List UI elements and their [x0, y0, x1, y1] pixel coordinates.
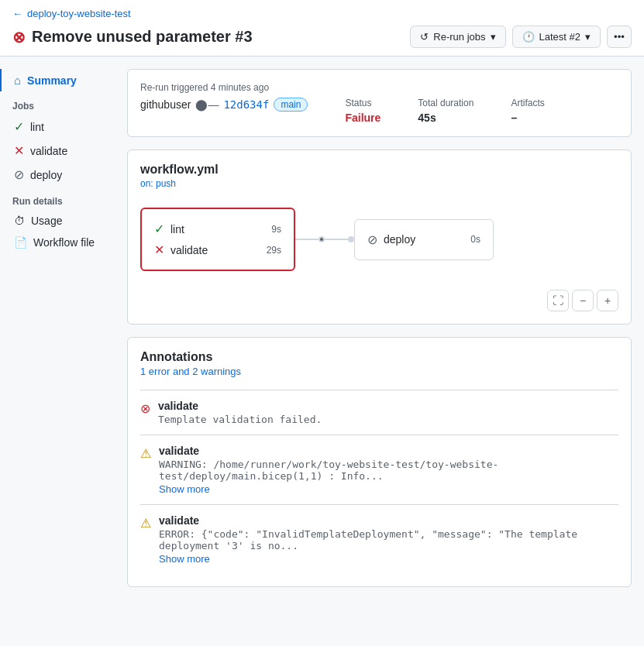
back-link[interactable]: ← deploy-toy-website-test [12, 8, 632, 19]
validate-job-row: ✕ validate 29s [154, 239, 281, 260]
ann-msg-2: WARNING: /home/runner/work/toy-website-t… [159, 459, 618, 482]
sidebar-item-usage[interactable]: ⏱ Usage [0, 210, 115, 232]
sidebar: ⌂ Summary Jobs ✓ lint ✕ validate ⊘ deplo… [0, 57, 115, 641]
lint-job-row: ✓ lint 9s [154, 218, 281, 239]
layout: ⌂ Summary Jobs ✓ lint ✕ validate ⊘ deplo… [0, 57, 644, 641]
ann-show-more-2[interactable]: Show more [159, 483, 618, 495]
rerun-icon: ↺ [420, 31, 429, 43]
sidebar-lint-label: lint [30, 121, 44, 133]
validate-job-name: validate [170, 244, 260, 256]
branch-badge[interactable]: main [274, 98, 308, 112]
ann-msg-1: Template validation failed. [158, 414, 322, 425]
sidebar-jobs-section: Jobs [0, 91, 115, 115]
home-icon: ⌂ [14, 74, 21, 87]
ann-warning-icon-2: ⚠ [140, 446, 151, 495]
diagram-controls: ⛶ − + [140, 290, 618, 311]
ann-msg-3: ERROR: {"code": "InvalidTemplateDeployme… [159, 528, 618, 552]
sidebar-item-validate[interactable]: ✕ validate [0, 139, 115, 163]
duration-label: Total duration [418, 98, 474, 108]
ann-show-more-3[interactable]: Show more [159, 553, 618, 565]
ellipsis-icon: ••• [614, 31, 625, 43]
commit-row: githubuser ⬤— 12d634f main [140, 98, 308, 112]
workflow-deploy-box[interactable]: ⊘ deploy 0s [354, 219, 494, 260]
lint-success-icon: ✓ [14, 119, 24, 134]
latest-chevron-icon: ▾ [585, 31, 591, 43]
workflow-job-group[interactable]: ✓ lint 9s ✕ validate 29s [140, 208, 295, 271]
lint-diagram-icon: ✓ [154, 222, 164, 236]
latest-button[interactable]: 🕐 Latest #2 ▾ [512, 26, 601, 48]
commit-graph-icon: ⬤— [195, 98, 219, 111]
rerun-label: Re-run jobs [433, 31, 485, 43]
workflow-filename: workflow.yml [140, 163, 618, 177]
sidebar-item-summary[interactable]: ⌂ Summary [0, 69, 115, 91]
summary-card: Re-run triggered 4 minutes ago githubuse… [127, 69, 632, 137]
status-value: Failure [345, 112, 381, 124]
zoom-out-button[interactable]: − [572, 290, 594, 311]
annotation-item-1: ⊗ validate Template validation failed. [140, 390, 618, 435]
rerun-chevron-icon: ▾ [491, 31, 496, 43]
ann-warning-icon-3: ⚠ [140, 516, 151, 565]
artifacts-value: – [511, 112, 544, 124]
lint-duration: 9s [271, 224, 281, 235]
title-actions: ↺ Re-run jobs ▾ 🕐 Latest #2 ▾ ••• [410, 26, 632, 48]
artifacts-label: Artifacts [511, 98, 544, 108]
zoom-in-button[interactable]: + [597, 290, 618, 311]
sidebar-item-deploy[interactable]: ⊘ deploy [0, 163, 115, 187]
commit-col: githubuser ⬤— 12d634f main [140, 98, 308, 124]
connector-dot-2 [348, 236, 354, 242]
plus-icon: + [604, 294, 611, 307]
sidebar-summary-label: Summary [27, 74, 77, 87]
workflow-diagram: ✓ lint 9s ✕ validate 29s [140, 201, 618, 277]
sidebar-rundetails-section: Run details [0, 187, 115, 210]
connector-line-1 [295, 239, 319, 240]
sidebar-item-lint[interactable]: ✓ lint [0, 115, 115, 139]
page-title-text: Remove unused parameter #3 [32, 28, 253, 46]
ann-job-1: validate [158, 400, 322, 412]
workflow-connector [295, 236, 354, 242]
annotations-title: Annotations [140, 350, 618, 364]
main-content: Re-run triggered 4 minutes ago githubuse… [115, 57, 644, 641]
ann-content-3: validate ERROR: {"code": "InvalidTemplat… [159, 514, 618, 565]
deploy-skipped-icon: ⊘ [14, 167, 24, 182]
clock-icon: 🕐 [522, 31, 535, 43]
fullscreen-button[interactable]: ⛶ [547, 290, 569, 311]
back-arrow-icon: ← [12, 8, 22, 19]
workflow-trigger: on: push [140, 178, 618, 189]
duration-value: 45s [418, 112, 474, 124]
back-link-text: deploy-toy-website-test [27, 8, 131, 19]
top-bar: ← deploy-toy-website-test ⊗ Remove unuse… [0, 0, 644, 57]
duration-col: Total duration 45s [418, 98, 474, 124]
workflow-card: workflow.yml on: push ✓ lint 9s ✕ valida… [127, 149, 632, 325]
annotations-subtitle: 1 error and 2 warnings [140, 366, 618, 377]
connector-dot-1 [319, 236, 325, 242]
more-options-button[interactable]: ••• [607, 26, 632, 48]
deploy-duration: 0s [470, 234, 480, 245]
fullscreen-icon: ⛶ [553, 294, 563, 307]
ann-error-icon-1: ⊗ [140, 401, 150, 425]
ann-content-1: validate Template validation failed. [158, 400, 322, 425]
commit-user: githubuser [140, 98, 191, 111]
commit-hash[interactable]: 12d634f [223, 98, 269, 111]
triggered-text: Re-run triggered 4 minutes ago [140, 82, 618, 93]
validate-error-icon: ✕ [14, 143, 24, 158]
sidebar-usage-label: Usage [31, 215, 62, 227]
annotation-item-2: ⚠ validate WARNING: /home/runner/work/to… [140, 435, 618, 504]
workflow-file-icon: 📄 [14, 236, 27, 249]
sidebar-workflow-label: Workflow file [33, 236, 95, 249]
artifacts-col: Artifacts – [511, 98, 544, 124]
minus-icon: − [580, 294, 586, 307]
summary-grid: githubuser ⬤— 12d634f main Status Failur… [140, 98, 618, 124]
title-error-icon: ⊗ [12, 28, 26, 46]
validate-diagram-icon: ✕ [154, 242, 164, 257]
sidebar-deploy-label: deploy [30, 169, 62, 181]
deploy-job-row: ⊘ deploy 0s [367, 229, 480, 250]
annotation-item-3: ⚠ validate ERROR: {"code": "InvalidTempl… [140, 504, 618, 574]
rerun-jobs-button[interactable]: ↺ Re-run jobs ▾ [410, 26, 505, 48]
clock-usage-icon: ⏱ [14, 215, 25, 227]
connector-line-2 [325, 239, 348, 240]
sidebar-item-workflow-file[interactable]: 📄 Workflow file [0, 232, 115, 253]
latest-label: Latest #2 [539, 31, 581, 43]
ann-content-2: validate WARNING: /home/runner/work/toy-… [159, 445, 618, 495]
status-col: Status Failure [345, 98, 381, 124]
lint-job-name: lint [170, 223, 265, 235]
